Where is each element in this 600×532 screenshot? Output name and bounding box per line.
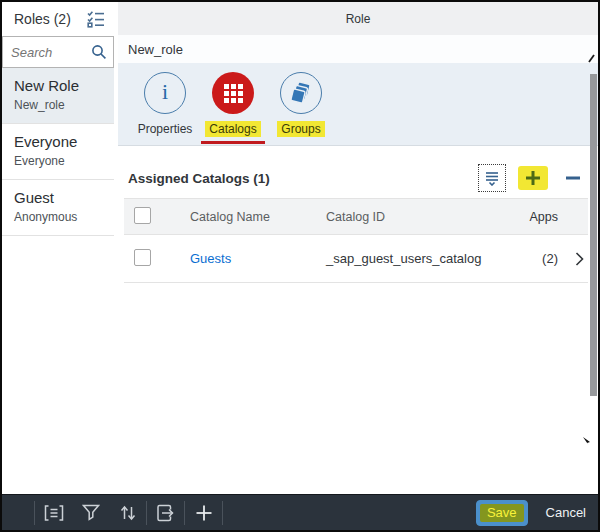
role-item-title: Guest bbox=[14, 189, 102, 206]
role-list-item-guest[interactable]: Guest Anonymous bbox=[2, 180, 114, 236]
tab-properties[interactable]: i Properties bbox=[132, 72, 198, 145]
role-item-title: New Role bbox=[14, 77, 102, 94]
search-input[interactable] bbox=[11, 45, 91, 60]
collapse-group-icon[interactable] bbox=[478, 164, 506, 192]
roles-sidebar: Roles (2) New Role New_role bbox=[2, 2, 114, 494]
legend-icon[interactable] bbox=[35, 495, 72, 530]
add-icon[interactable] bbox=[518, 166, 548, 190]
divider bbox=[222, 501, 223, 525]
catalog-id-value: _sap_guest_users_catalog bbox=[326, 251, 500, 266]
cursor-artifact bbox=[583, 431, 591, 449]
footer-icon-group bbox=[2, 495, 223, 530]
selected-tab-underline bbox=[201, 141, 265, 144]
copy-icon[interactable] bbox=[147, 495, 184, 530]
select-all-checkbox[interactable] bbox=[134, 207, 151, 224]
info-icon: i bbox=[144, 72, 186, 114]
tab-catalogs[interactable]: Catalogs bbox=[200, 72, 266, 145]
role-item-subtitle: New_role bbox=[14, 98, 102, 112]
detail-header-bar: Role bbox=[118, 2, 598, 35]
filter-icon[interactable] bbox=[72, 495, 109, 530]
search-icon[interactable] bbox=[91, 44, 107, 60]
tab-label: Catalogs bbox=[205, 121, 260, 137]
catalogs-table: Catalog Name Catalog ID Apps Guests _sap… bbox=[124, 198, 588, 283]
footer-toolbar: Save Cancel bbox=[2, 494, 598, 530]
footer-actions: Save Cancel bbox=[476, 500, 598, 526]
catalogs-content: Assigned Catalogs (1) bbox=[118, 158, 598, 510]
sidebar-header: Roles (2) bbox=[2, 2, 114, 36]
role-item-subtitle: Everyone bbox=[14, 154, 102, 168]
row-checkbox[interactable] bbox=[134, 249, 151, 266]
vertical-scrollbar-thumb[interactable] bbox=[590, 74, 597, 396]
save-button[interactable]: Save bbox=[476, 500, 528, 526]
multiselect-icon[interactable] bbox=[87, 10, 106, 29]
cancel-button[interactable]: Cancel bbox=[542, 503, 590, 522]
assigned-catalogs-title: Assigned Catalogs (1) bbox=[128, 171, 478, 186]
column-header-catalog-name: Catalog Name bbox=[190, 210, 326, 224]
roles-count-title: Roles (2) bbox=[14, 11, 71, 27]
table-row-guests[interactable]: Guests _sap_guest_users_catalog (2) bbox=[124, 235, 588, 283]
tab-label: Groups bbox=[277, 121, 324, 137]
chevron-right-icon[interactable] bbox=[558, 252, 588, 266]
role-list-item-everyone[interactable]: Everyone Everyone bbox=[2, 124, 114, 180]
grid-icon bbox=[212, 72, 254, 114]
role-item-title: Everyone bbox=[14, 133, 102, 150]
role-item-subtitle: Anonymous bbox=[14, 210, 102, 224]
role-maintenance-window: Roles (2) New Role New_role bbox=[0, 0, 600, 532]
search-box bbox=[2, 36, 114, 68]
layers-icon bbox=[280, 72, 322, 114]
role-list-item-new-role[interactable]: New Role New_role bbox=[2, 68, 114, 124]
tab-groups[interactable]: Groups bbox=[268, 72, 334, 145]
assigned-catalogs-toolbar: Assigned Catalogs (1) bbox=[124, 158, 588, 198]
role-list: New Role New_role Everyone Everyone Gues… bbox=[2, 68, 114, 236]
page-title: Role bbox=[346, 12, 371, 26]
assigned-catalogs-panel: Assigned Catalogs (1) bbox=[124, 158, 588, 283]
role-name-title: New_role bbox=[128, 42, 183, 57]
edit-pencil-mark bbox=[588, 49, 595, 67]
remove-icon[interactable] bbox=[560, 166, 586, 190]
info-glyph: i bbox=[162, 81, 168, 103]
column-header-catalog-id: Catalog ID bbox=[326, 210, 500, 224]
column-header-apps: Apps bbox=[500, 210, 558, 224]
add-row-icon[interactable] bbox=[185, 495, 222, 530]
tab-label: Properties bbox=[134, 121, 197, 137]
role-detail-panel: Role New_role i Properties Catalogs bbox=[118, 2, 598, 494]
role-subheader: New_role bbox=[118, 35, 598, 63]
apps-count: (2) bbox=[500, 251, 558, 266]
catalog-name-link[interactable]: Guests bbox=[190, 251, 231, 266]
icon-tab-bar: i Properties Catalogs bbox=[118, 63, 598, 146]
sort-icon[interactable] bbox=[109, 495, 146, 530]
save-button-label: Save bbox=[480, 504, 524, 522]
table-header-row: Catalog Name Catalog ID Apps bbox=[124, 199, 588, 235]
